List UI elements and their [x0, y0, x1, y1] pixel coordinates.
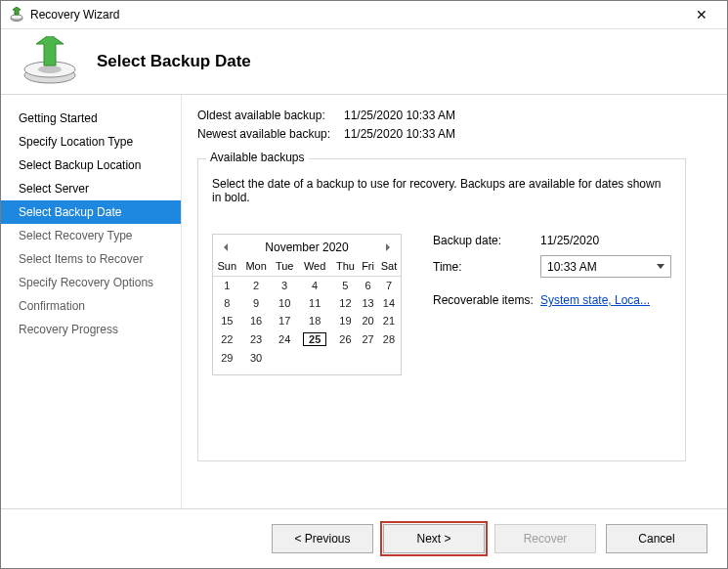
wizard-steps-sidebar: Getting StartedSpecify Location TypeSele… [1, 95, 182, 508]
svg-point-4 [38, 66, 62, 73]
calendar-day-cell[interactable]: 20 [359, 312, 377, 329]
backup-details: Backup date: 11/25/2020 Time: 10:33 AM R… [433, 234, 671, 375]
calendar-dow-label: Thu [332, 258, 360, 277]
main-pane: Oldest available backup: 11/25/2020 10:3… [182, 95, 727, 508]
recoverable-items-label: Recoverable items: [433, 293, 540, 307]
svg-point-1 [11, 15, 22, 20]
calendar-day-cell[interactable]: 26 [332, 329, 360, 349]
calendar-grid: SunMonTueWedThuFriSat 123456789101112131… [213, 258, 401, 367]
calendar-month-label: November 2020 [265, 241, 348, 254]
wizard-step: Recovery Progress [1, 318, 181, 341]
wizard-step: Select Recovery Type [1, 224, 181, 247]
calendar-prev-icon[interactable] [219, 241, 233, 254]
time-dropdown[interactable]: 10:33 AM [540, 255, 671, 278]
recoverable-items-link[interactable]: System state, Loca... [540, 293, 650, 307]
app-icon [9, 7, 24, 22]
calendar-day-cell[interactable]: 3 [272, 277, 298, 295]
previous-button[interactable]: < Previous [272, 524, 373, 553]
calendar-dow-label: Fri [359, 258, 377, 277]
calendar-day-cell[interactable]: 16 [241, 312, 272, 329]
calendar-day-cell[interactable]: 5 [332, 277, 360, 295]
calendar-day-cell[interactable]: 23 [241, 329, 272, 349]
wizard-step: Select Items to Recover [1, 247, 181, 271]
wizard-step[interactable]: Select Server [1, 177, 181, 200]
calendar-day-cell[interactable]: 24 [272, 329, 298, 349]
calendar-day-cell[interactable]: 2 [241, 277, 272, 295]
calendar-day-cell[interactable]: 10 [272, 294, 298, 312]
page-header: Select Backup Date [1, 29, 727, 95]
groupbox-description: Select the date of a backup to use for r… [212, 177, 671, 204]
backup-date-value: 11/25/2020 [540, 234, 599, 247]
calendar-day-cell[interactable]: 4 [298, 277, 332, 295]
calendar-day-cell[interactable]: 22 [213, 329, 241, 349]
calendar-day-cell[interactable]: 21 [377, 312, 401, 329]
date-picker-calendar[interactable]: November 2020 SunMonTueWedThuFriSat 1234… [212, 234, 402, 375]
recovery-wizard-window: Recovery Wizard ✕ Select Backup Date Get… [0, 0, 728, 569]
oldest-backup-label: Oldest available backup: [197, 109, 344, 122]
wizard-step: Specify Recovery Options [1, 271, 181, 294]
available-backups-group: Available backups Select the date of a b… [197, 158, 686, 461]
calendar-day-cell[interactable]: 7 [377, 277, 401, 295]
time-label: Time: [433, 260, 540, 274]
calendar-dow-label: Wed [298, 258, 332, 277]
oldest-backup-value: 11/25/2020 10:33 AM [344, 109, 455, 122]
wizard-step[interactable]: Specify Location Type [1, 130, 181, 153]
calendar-day-cell [332, 349, 360, 367]
groupbox-title: Available backups [206, 151, 309, 164]
calendar-dow-label: Sun [213, 258, 241, 277]
calendar-day-cell[interactable]: 8 [213, 294, 241, 312]
calendar-day-cell[interactable]: 1 [213, 277, 241, 295]
title-bar: Recovery Wizard ✕ [1, 1, 727, 29]
backup-date-label: Backup date: [433, 234, 540, 247]
calendar-day-cell [272, 349, 298, 367]
calendar-day-cell[interactable]: 27 [359, 329, 377, 349]
cancel-button[interactable]: Cancel [606, 524, 707, 553]
next-button[interactable]: Next > [383, 524, 485, 553]
calendar-day-cell[interactable]: 12 [332, 294, 360, 312]
calendar-day-cell[interactable]: 11 [298, 294, 332, 312]
window-title: Recovery Wizard [30, 8, 684, 22]
backup-drive-icon [21, 36, 79, 87]
recover-button: Recover [494, 524, 596, 553]
calendar-next-icon[interactable] [381, 241, 395, 254]
calendar-day-cell[interactable]: 29 [213, 349, 241, 367]
calendar-day-cell[interactable]: 25 [298, 329, 332, 349]
calendar-dow-label: Sat [377, 258, 401, 277]
calendar-day-cell[interactable]: 30 [241, 349, 272, 367]
page-title: Select Backup Date [97, 52, 251, 71]
calendar-day-cell [298, 349, 332, 367]
calendar-day-cell[interactable]: 9 [241, 294, 272, 312]
calendar-day-cell[interactable]: 17 [272, 312, 298, 329]
calendar-day-cell[interactable]: 6 [359, 277, 377, 295]
wizard-step: Confirmation [1, 294, 181, 318]
calendar-dow-label: Mon [241, 258, 272, 277]
newest-backup-label: Newest available backup: [197, 127, 344, 141]
newest-backup-value: 11/25/2020 10:33 AM [344, 127, 455, 141]
wizard-step[interactable]: Select Backup Date [1, 200, 181, 224]
wizard-step[interactable]: Select Backup Location [1, 153, 181, 177]
calendar-dow-label: Tue [272, 258, 298, 277]
close-icon[interactable]: ✕ [684, 3, 719, 26]
calendar-day-cell [359, 349, 377, 367]
wizard-step[interactable]: Getting Started [1, 107, 181, 130]
time-value: 10:33 AM [547, 260, 597, 274]
calendar-day-cell [377, 349, 401, 367]
calendar-day-cell[interactable]: 28 [377, 329, 401, 349]
wizard-footer: < Previous Next > Recover Cancel [1, 508, 727, 568]
calendar-day-cell[interactable]: 13 [359, 294, 377, 312]
calendar-day-cell[interactable]: 15 [213, 312, 241, 329]
calendar-day-cell[interactable]: 18 [298, 312, 332, 329]
calendar-day-cell[interactable]: 19 [332, 312, 360, 329]
calendar-day-cell[interactable]: 14 [377, 294, 401, 312]
